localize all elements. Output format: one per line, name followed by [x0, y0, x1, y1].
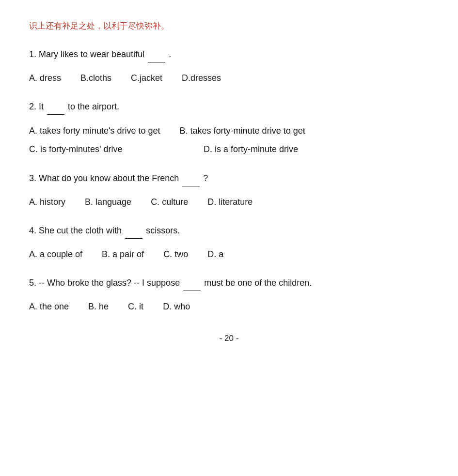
question-5-blank: [183, 276, 201, 291]
question-1-options: A. dress B.cloths C.jacket D.dresses: [29, 70, 429, 86]
option-4a: A. a couple of: [29, 246, 82, 262]
option-3c: C. culture: [151, 194, 188, 210]
question-4-blank: [125, 223, 142, 239]
option-1c: C.jacket: [131, 70, 162, 86]
option-5c: C. it: [128, 299, 143, 314]
question-2: 2. It to the airport. A. takes forty min…: [29, 99, 429, 157]
question-1-number: 1. Mary likes to wear beautiful: [29, 49, 144, 59]
option-4b: B. a pair of: [102, 246, 144, 262]
question-1-blank: [148, 47, 165, 62]
question-3-options: A. history B. language C. culture D. lit…: [29, 194, 429, 210]
option-1a: A. dress: [29, 70, 61, 86]
question-3: 3. What do you know about the French ? A…: [29, 171, 429, 210]
option-3a: A. history: [29, 194, 65, 210]
option-5b: B. he: [88, 299, 109, 314]
option-5d: D. who: [163, 299, 190, 314]
question-4-options: A. a couple of B. a pair of C. two D. a: [29, 246, 429, 262]
header: 识上还有补足之处，以利于尽快弥补。: [29, 19, 429, 32]
option-5a: A. the one: [29, 299, 69, 314]
question-4-text: 4. She cut the cloth with scissors.: [29, 223, 429, 239]
question-2-options: A. takes forty minute's drive to get B. …: [29, 123, 429, 157]
question-4: 4. She cut the cloth with scissors. A. a…: [29, 223, 429, 262]
option-3b: B. language: [85, 194, 131, 210]
option-2b: B. takes forty-minute drive to get: [180, 123, 305, 139]
question-3-text: 3. What do you know about the French ?: [29, 171, 429, 186]
option-4c: C. two: [163, 246, 188, 262]
option-1b: B.cloths: [80, 70, 111, 86]
page-number: - 20 -: [29, 334, 429, 343]
option-4d: D. a: [207, 246, 223, 262]
question-5: 5. -- Who broke the glass? -- I suppose …: [29, 276, 429, 314]
question-1: 1. Mary likes to wear beautiful . A. dre…: [29, 47, 429, 86]
option-1d: D.dresses: [182, 70, 221, 86]
option-3d: D. literature: [207, 194, 253, 210]
question-5-options: A. the one B. he C. it D. who: [29, 299, 429, 314]
question-5-text: 5. -- Who broke the glass? -- I suppose …: [29, 276, 429, 291]
option-2c: C. is forty-minutes' drive: [29, 141, 184, 157]
question-2-text: 2. It to the airport.: [29, 99, 429, 115]
question-2-blank: [47, 99, 64, 115]
question-1-text: 1. Mary likes to wear beautiful .: [29, 47, 429, 62]
option-2d: D. is a forty-minute drive: [204, 141, 298, 157]
option-2a: A. takes forty minute's drive to get: [29, 123, 160, 139]
question-3-blank: [182, 171, 200, 186]
